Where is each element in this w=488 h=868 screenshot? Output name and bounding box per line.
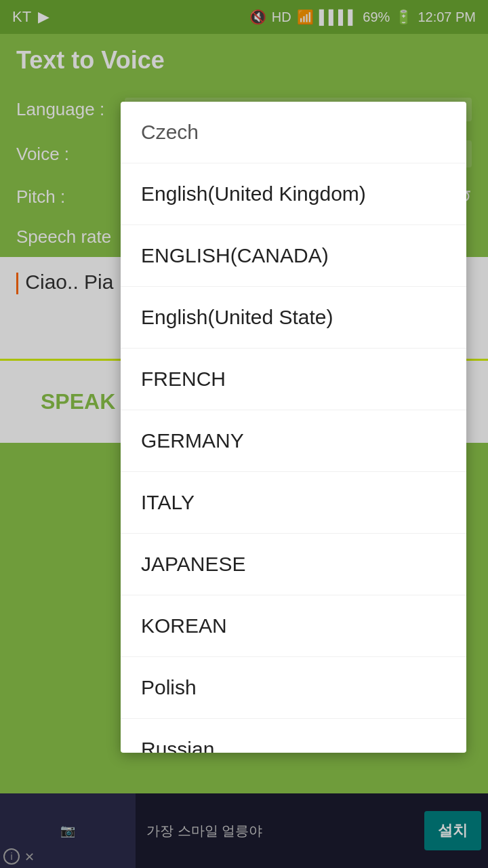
dropdown-item-english-canada[interactable]: ENGLISH(CANADA) bbox=[121, 225, 466, 287]
language-dropdown-list: Czech English(United Kingdom) ENGLISH(CA… bbox=[121, 102, 466, 753]
dropdown-item-label: ENGLISH(CANADA) bbox=[141, 244, 329, 267]
dropdown-item-label: English(United State) bbox=[141, 306, 333, 328]
dropdown-item-label: ITALY bbox=[141, 491, 195, 513]
dropdown-item-french[interactable]: FRENCH bbox=[121, 349, 466, 410]
dropdown-item-label: Polish bbox=[141, 676, 197, 698]
dropdown-item-label: English(United Kingdom) bbox=[141, 182, 366, 205]
dropdown-item-polish[interactable]: Polish bbox=[121, 657, 466, 719]
dropdown-item-english-uk[interactable]: English(United Kingdom) bbox=[121, 163, 466, 225]
dropdown-item-italy[interactable]: ITALY bbox=[121, 472, 466, 534]
dropdown-item-label: FRENCH bbox=[141, 368, 226, 390]
dropdown-item-germany[interactable]: GERMANY bbox=[121, 410, 466, 472]
dropdown-item-label: JAPANESE bbox=[141, 553, 246, 575]
dropdown-item-korean[interactable]: KOREAN bbox=[121, 595, 466, 657]
dropdown-item-japanese[interactable]: JAPANESE bbox=[121, 534, 466, 595]
dropdown-item-label: KOREAN bbox=[141, 614, 227, 637]
dropdown-item-english-us[interactable]: English(United State) bbox=[121, 287, 466, 349]
dropdown-item-czech[interactable]: Czech bbox=[121, 102, 466, 163]
dropdown-item-label: Czech bbox=[141, 121, 199, 143]
dropdown-item-russian[interactable]: Russian bbox=[121, 719, 466, 753]
dropdown-item-label: Russian bbox=[141, 738, 214, 753]
dropdown-item-label: GERMANY bbox=[141, 429, 244, 452]
